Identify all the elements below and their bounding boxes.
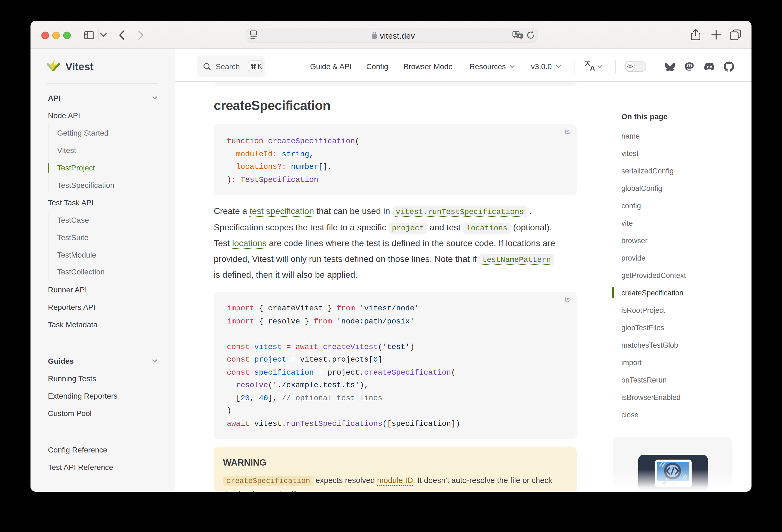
svg-text:A: A — [590, 64, 595, 72]
svg-text:x: x — [519, 33, 521, 38]
